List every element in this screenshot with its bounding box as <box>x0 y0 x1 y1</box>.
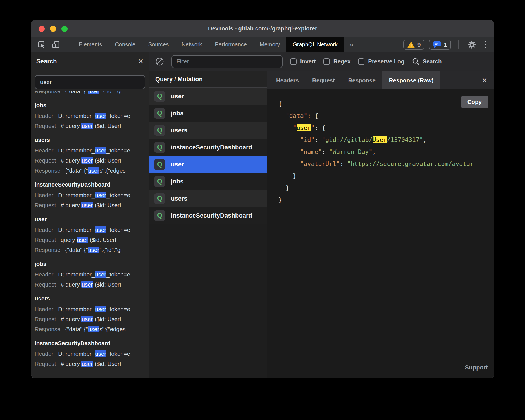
search-result-row-label: Header <box>35 113 53 119</box>
search-panel: Search ✕ Response{"data":{"user":{"id":"… <box>31 52 149 378</box>
search-result-text: ($id: UserI <box>93 281 121 288</box>
query-list-item[interactable]: Qjobs <box>149 105 267 122</box>
issues-badge[interactable]: 1 <box>429 40 451 50</box>
search-result-text: s":{"edges <box>99 167 125 174</box>
tab-graphql-network[interactable]: GraphQL Network <box>286 37 344 52</box>
search-input-wrap <box>31 71 149 91</box>
search-match-highlight: user <box>88 247 99 253</box>
tab-memory[interactable]: Memory <box>253 37 286 52</box>
minimize-window-button[interactable] <box>50 26 56 32</box>
tab-performance[interactable]: Performance <box>209 37 254 52</box>
search-result-text: D; remember_ <box>58 271 95 278</box>
search-result-text: _token=e <box>106 226 130 233</box>
network-filter-bar: InvertRegexPreserve Log Search <box>149 52 494 71</box>
zoom-window-button[interactable] <box>61 26 68 32</box>
query-list-item[interactable]: Quser <box>149 88 267 105</box>
query-list-item-selected[interactable]: Quser <box>149 156 267 173</box>
response-raw-view: Copy { "data": { "user": { "id": "gid://… <box>267 89 494 378</box>
close-window-button[interactable] <box>39 26 45 32</box>
query-list-item-label: jobs <box>171 178 183 185</box>
close-details-icon[interactable]: ✕ <box>475 77 494 84</box>
search-result-text: ($id: UserI <box>93 361 121 367</box>
search-result-text: {"data":{" <box>65 91 88 94</box>
search-result-row[interactable]: Request# query user ($id: UserI <box>35 314 145 324</box>
checkbox-box[interactable] <box>290 58 297 65</box>
more-tabs-chevron-icon[interactable]: » <box>344 37 359 52</box>
inspect-element-icon[interactable] <box>35 39 47 50</box>
search-result-text: # query <box>61 123 81 129</box>
device-toolbar-icon[interactable] <box>50 39 62 50</box>
search-match-highlight: user <box>81 316 93 322</box>
checkbox-box[interactable] <box>323 58 330 65</box>
query-list-item[interactable]: Qusers <box>149 190 267 207</box>
settings-gear-icon[interactable] <box>466 39 478 50</box>
search-match-highlight: user <box>81 202 93 208</box>
warnings-badge[interactable]: 9 <box>403 40 425 50</box>
search-result-row[interactable]: Request# query user ($id: UserI <box>35 121 145 131</box>
details-tab-response[interactable]: Response <box>342 71 382 89</box>
search-results-list[interactable]: Response{"data":{"user":{"id":"gijobsHea… <box>31 91 149 378</box>
tab-network[interactable]: Network <box>175 37 208 52</box>
issue-count: 1 <box>444 41 447 48</box>
search-result-row[interactable]: Response{"data":{"users":{"edges <box>35 324 145 334</box>
query-list-item[interactable]: QinstanceSecurityDashboard <box>149 207 267 224</box>
json-token <box>278 112 286 119</box>
search-result-row[interactable]: HeaderD; remember_user_token=e <box>35 349 145 359</box>
details-tab-headers[interactable]: Headers <box>269 71 306 89</box>
tab-elements[interactable]: Elements <box>72 37 108 52</box>
query-list[interactable]: QuserQjobsQusersQinstanceSecurityDashboa… <box>149 88 267 378</box>
search-result-row[interactable]: HeaderD; remember_user_token=e <box>35 145 145 156</box>
search-result-row[interactable]: HeaderD; remember_user_token=e <box>35 304 145 314</box>
json-line: "id": "gid://gitlab/User/13704317", <box>278 134 494 146</box>
json-token: "data" <box>286 112 307 119</box>
checkbox-box[interactable] <box>358 58 364 65</box>
search-result-text: {"data":{" <box>65 167 88 174</box>
details-tab-request[interactable]: Request <box>306 71 342 89</box>
search-result-row[interactable]: Request# query user ($id: UserI <box>35 280 145 290</box>
close-search-icon[interactable]: ✕ <box>138 58 144 65</box>
query-list-title: Query / Mutation <box>149 71 267 88</box>
search-result-row[interactable]: Request# query user ($id: UserI <box>35 200 145 210</box>
search-input[interactable] <box>35 75 145 89</box>
search-result-row[interactable]: Requestquery user ($id: UserI <box>35 235 145 245</box>
search-result-row[interactable]: Response{"data":{"user":{"id":"gi <box>35 91 145 96</box>
query-list-item[interactable]: QinstanceSecurityDashboard <box>149 139 267 156</box>
search-result-text: _token=e <box>106 147 130 154</box>
devtools-tabs: ElementsConsoleSourcesNetworkPerformance… <box>72 37 344 52</box>
search-result-row[interactable]: HeaderD; remember_user_token=e <box>35 190 145 200</box>
search-toggle[interactable]: Search <box>412 58 442 65</box>
search-result-text: D; remember_ <box>58 147 95 154</box>
json-token: "https://secure.gravatar.com/avatar <box>347 160 474 167</box>
query-list-item[interactable]: Qusers <box>149 122 267 139</box>
tab-sources[interactable]: Sources <box>142 37 175 52</box>
json-token <box>278 136 300 143</box>
search-result-row[interactable]: Response{"data":{"users":{"edges <box>35 166 145 176</box>
checkbox-preserve-log[interactable]: Preserve Log <box>358 58 404 65</box>
search-result-row[interactable]: Request# query user ($id: UserI <box>35 359 145 369</box>
toolbar-separator <box>67 40 67 49</box>
support-link[interactable]: Support <box>465 362 488 374</box>
query-type-badge: Q <box>154 125 165 136</box>
checkbox-invert[interactable]: Invert <box>290 58 316 65</box>
search-result-text: ($id: UserI <box>93 123 121 129</box>
kebab-menu-icon[interactable] <box>483 41 488 48</box>
search-result-row[interactable]: HeaderD; remember_user_token=e <box>35 111 145 121</box>
search-result-row-label: Header <box>35 192 53 198</box>
search-result-row-label: Header <box>35 226 53 233</box>
copy-button[interactable]: Copy <box>461 96 488 108</box>
clear-log-icon[interactable] <box>155 57 164 66</box>
search-result-row[interactable]: HeaderD; remember_user_token=e <box>35 269 145 280</box>
search-result-row[interactable]: Response{"data":{"user":{"id":"gi <box>35 245 145 255</box>
query-list-item[interactable]: Qjobs <box>149 173 267 190</box>
details-tab-response-raw-[interactable]: Response (Raw) <box>382 71 440 89</box>
query-type-badge: Q <box>154 91 165 102</box>
tab-console[interactable]: Console <box>108 37 142 52</box>
filter-input[interactable] <box>171 55 283 68</box>
json-line: "data": { <box>278 110 494 122</box>
search-result-row[interactable]: HeaderD; remember_user_token=e <box>35 225 145 235</box>
search-result-row[interactable]: Request# query user ($id: UserI <box>35 156 145 166</box>
checkbox-regex[interactable]: Regex <box>323 58 351 65</box>
search-match-highlight: user <box>297 124 311 131</box>
search-result-row-label: Header <box>35 271 53 278</box>
checkbox-label: Regex <box>333 58 351 65</box>
